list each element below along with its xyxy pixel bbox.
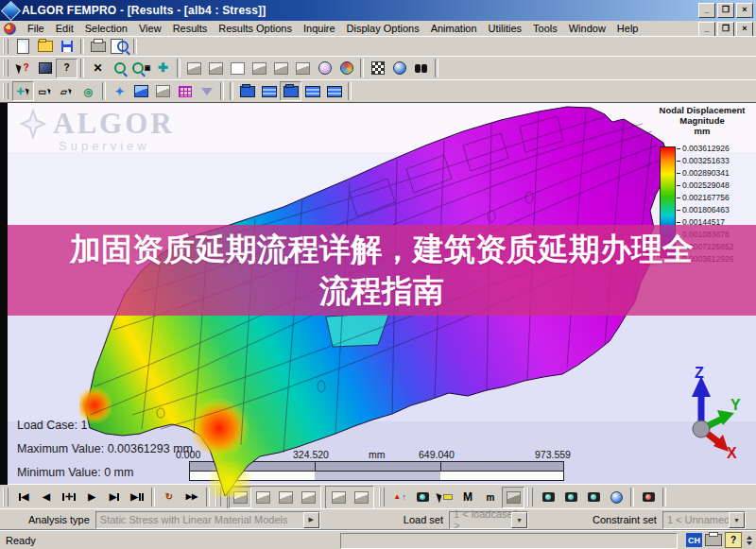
select-point-icon[interactable]: ✛	[12, 81, 34, 101]
menu-tools[interactable]: Tools	[527, 22, 563, 35]
menu-edit[interactable]: Edit	[50, 22, 79, 35]
menu-view[interactable]: View	[133, 22, 167, 35]
animate-view-3-icon[interactable]	[274, 487, 297, 508]
last-frame-icon[interactable]: ▶	[126, 487, 148, 508]
menu-animation[interactable]: Animation	[425, 22, 483, 35]
doc-restore-button[interactable]: ❐	[717, 22, 734, 37]
save-icon[interactable]	[56, 37, 77, 57]
view-bottom-icon[interactable]	[249, 59, 270, 78]
select-rectangle-icon[interactable]: ▭	[34, 81, 56, 101]
capture-image-2-icon[interactable]	[559, 487, 582, 508]
previous-frame-icon[interactable]: ◀	[35, 487, 58, 508]
status-stepper[interactable]	[745, 536, 754, 545]
zoom-extents-icon[interactable]: ✕	[87, 59, 109, 78]
open-icon[interactable]	[34, 37, 56, 57]
load-set-dropdown[interactable]: 1 < loadcase1 > ▼	[449, 511, 528, 529]
new-icon[interactable]	[12, 37, 34, 57]
menu-file[interactable]: File	[22, 22, 50, 35]
doc-minimize-button[interactable]: _	[698, 22, 715, 37]
view-front-icon[interactable]	[183, 59, 205, 78]
graph-results-icon[interactable]	[502, 487, 524, 508]
results-stack-1-icon[interactable]	[258, 81, 280, 101]
restore-button[interactable]: ❐	[717, 3, 734, 18]
view-back-icon[interactable]	[205, 59, 227, 78]
status-printer-icon[interactable]	[705, 534, 722, 546]
view-top-icon[interactable]	[227, 59, 249, 78]
menu-help[interactable]: Help	[611, 22, 644, 35]
menu-results-options[interactable]: Results Options	[213, 22, 298, 35]
pan-icon[interactable]: ✚	[152, 59, 174, 78]
find-icon[interactable]	[410, 59, 432, 78]
toolbar-grip[interactable]	[3, 83, 9, 100]
view-left-icon[interactable]	[270, 59, 292, 78]
analysis-type-arrow-icon[interactable]: ▶	[303, 512, 319, 528]
results-stack-2-icon[interactable]	[301, 81, 323, 101]
record-avi-icon[interactable]	[637, 487, 660, 508]
capture-image-3-icon[interactable]	[582, 487, 605, 508]
probe-range-icon[interactable]: ▲↑	[388, 487, 411, 508]
pointer-inquire-icon[interactable]: ?	[12, 59, 34, 78]
select-circle-icon[interactable]: ◎	[77, 81, 99, 101]
print-icon[interactable]	[87, 37, 109, 57]
status-help-icon[interactable]: ?	[725, 532, 742, 548]
constraint-set-arrow-icon[interactable]: ▼	[729, 512, 745, 528]
annotate-icon[interactable]	[434, 487, 456, 508]
capture-image-1-icon[interactable]	[537, 487, 559, 508]
doc-close-button[interactable]: ×	[736, 22, 753, 37]
animate-view-1-icon[interactable]	[229, 487, 251, 508]
view-iso-2-icon[interactable]	[335, 59, 357, 78]
toolbar-grip[interactable]	[3, 39, 9, 54]
shaded-display-icon[interactable]	[34, 59, 56, 78]
toolbar-grip[interactable]	[3, 488, 9, 506]
menu-results[interactable]: Results	[167, 22, 214, 35]
print-preview-icon[interactable]	[109, 37, 130, 57]
vertex-select-icon[interactable]: ✦	[109, 81, 130, 101]
help-mode-icon[interactable]: ?	[56, 59, 77, 78]
view-iso-1-icon[interactable]	[314, 59, 335, 78]
fast-forward-icon[interactable]: ▶▶	[180, 487, 203, 508]
select-polyline-icon[interactable]: ▱	[56, 81, 77, 101]
zoom-window-icon[interactable]: ▣	[130, 59, 152, 78]
menu-utilities[interactable]: Utilities	[483, 22, 527, 35]
mesh-view-icon[interactable]	[174, 81, 196, 101]
view-right-icon[interactable]	[292, 59, 314, 78]
show-min-icon[interactable]: m	[479, 487, 502, 508]
legend-value: 0.001806463	[677, 205, 752, 215]
snapshot-icon[interactable]	[411, 487, 434, 508]
analysis-type-dropdown[interactable]: Static Stress with Linear Material Model…	[95, 511, 320, 529]
loop-animation-icon[interactable]: ↻	[158, 487, 180, 508]
menu-inquire[interactable]: Inquire	[298, 22, 341, 35]
close-button[interactable]: ×	[736, 3, 753, 18]
results-folder-1-icon[interactable]	[236, 81, 258, 101]
first-frame-icon[interactable]: ◀	[12, 487, 35, 508]
constraint-set-dropdown[interactable]: 1 < Unnamed > ▼	[662, 511, 746, 529]
menu-selection[interactable]: Selection	[79, 22, 133, 35]
play-icon[interactable]: ▶	[80, 487, 103, 508]
load-set-arrow-icon[interactable]: ▼	[511, 512, 527, 528]
show-max-icon[interactable]: M	[456, 487, 479, 508]
results-viewport[interactable]: ALGOR Superview	[0, 102, 756, 485]
animate-export-1-icon[interactable]	[327, 487, 350, 508]
legend-value: 0.003612926	[677, 144, 752, 154]
toolbar-grip[interactable]	[3, 60, 9, 77]
next-frame-icon[interactable]: ▶	[103, 487, 126, 508]
shaded-sphere-icon[interactable]	[388, 59, 410, 78]
selection-filter-icon[interactable]	[196, 81, 217, 101]
minimize-button[interactable]: _	[698, 3, 715, 18]
gray-cube-icon[interactable]	[152, 81, 174, 101]
checker-render-icon[interactable]	[367, 59, 388, 78]
results-folder-2-icon[interactable]	[280, 81, 301, 101]
capture-view-icon[interactable]	[605, 487, 627, 508]
ime-language-badge[interactable]: CH	[686, 533, 702, 547]
zoom-in-icon[interactable]	[109, 59, 130, 78]
animate-view-2-icon[interactable]	[251, 487, 274, 508]
menu-window[interactable]: Window	[563, 22, 611, 35]
menu-display-options[interactable]: Display Options	[341, 22, 425, 35]
animate-view-4-icon[interactable]	[297, 487, 319, 508]
frame-select-icon[interactable]: ✛	[58, 487, 80, 508]
orientation-triad: Z Y X	[659, 365, 744, 463]
results-stack-3-icon[interactable]	[323, 81, 345, 101]
animate-export-2-icon[interactable]	[350, 487, 372, 508]
document-icon[interactable]	[4, 23, 16, 35]
solid-cube-icon[interactable]	[130, 81, 152, 101]
